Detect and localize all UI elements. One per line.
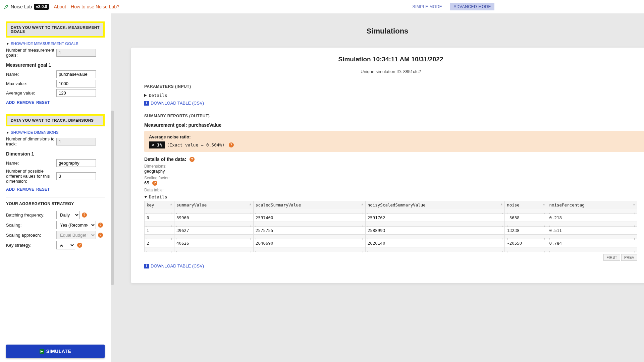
version-badge: v2.0.0 [34, 4, 49, 10]
howto-link[interactable]: How to use Noise Lab? [71, 4, 119, 9]
info-icon: i [144, 264, 149, 268]
sf-meta-label: Scaling factor: [144, 176, 637, 180]
table-row: 24062626406902620140-205500.784 [145, 239, 637, 247]
noise-label: Average noise ratio: [149, 134, 637, 139]
num-dims-input[interactable] [56, 138, 96, 145]
dims-meta-label: Dimensions: [144, 164, 637, 169]
noise-exact: (Exact value = 0.504%) [167, 142, 224, 147]
download-table-link[interactable]: iDOWNLOAD TABLE (CSV) [144, 263, 637, 268]
simulation-id: Unique simulation ID: 8851cfc2 [144, 69, 637, 74]
table-row: 13962725757552588993132380.511 [145, 227, 637, 235]
table-header[interactable]: scaledSummaryValue▲ [253, 201, 365, 209]
add-dim-button[interactable]: ADD [6, 187, 15, 192]
toggle-measurement-goals[interactable]: SHOW/HIDE MEASUREMENT GOALS [6, 42, 105, 46]
scaling-select[interactable]: Yes (Recommended) [56, 221, 96, 229]
page-title: Simulations [131, 27, 644, 36]
simple-mode-tab[interactable]: SIMPLE MODE [409, 3, 446, 10]
goal-avg-input[interactable] [56, 89, 96, 97]
goal-avg-label: Average value: [6, 90, 56, 96]
table-header[interactable]: noisePercentag▲ [547, 201, 637, 209]
info-icon: i [144, 101, 149, 106]
dim-name-input[interactable] [56, 159, 96, 167]
help-icon[interactable]: ? [152, 181, 157, 186]
batch-select[interactable]: Daily [56, 211, 80, 219]
simulate-button[interactable]: ▶ SIMULATE [6, 345, 105, 358]
help-icon[interactable]: ? [190, 157, 195, 162]
table-header[interactable]: summaryValue▲ [174, 201, 253, 209]
play-icon: ▶ [40, 349, 44, 354]
table-header[interactable]: noisyScaledSummaryValue▲ [365, 201, 505, 209]
aggregation-title: YOUR AGGREGATION STRATEGY [6, 201, 105, 206]
goal-1-title: Measurement goal 1 [6, 62, 105, 68]
noise-badge: < 1% [149, 141, 165, 148]
scaling-label: Scaling: [6, 223, 56, 228]
parameters-details[interactable]: Details [144, 93, 637, 98]
num-goals-label: Number of measurement goals: [6, 48, 56, 58]
table-header[interactable]: key▲ [145, 201, 174, 209]
section-measurement-goals: DATA YOU WANT TO TRACK: MEASUREMENT GOAL… [6, 21, 105, 38]
reset-goal-button[interactable]: RESET [36, 100, 50, 105]
help-icon[interactable]: ? [98, 233, 103, 238]
brand-label: Noise Lab [11, 4, 32, 9]
table-header[interactable]: noise▲ [505, 201, 547, 209]
table-row: 03996025974002591762-56380.218 [145, 214, 637, 222]
section-dimensions: DATA YOU WANT TO TRACK: DIMENSIONS [6, 114, 105, 126]
summary-heading: SUMMARY REPORTS (OUTPUT) [144, 114, 637, 118]
goal-max-input[interactable] [56, 80, 96, 87]
batch-label: Batching frequency: [6, 213, 56, 218]
goal-name-input[interactable] [56, 70, 96, 78]
dim-vals-label: Number of possible different values for … [6, 169, 56, 184]
dim-vals-input[interactable] [56, 172, 96, 180]
add-goal-button[interactable]: ADD [6, 100, 15, 105]
pencil-icon [4, 4, 9, 9]
about-link[interactable]: About [54, 4, 66, 9]
approach-label: Scaling approach: [6, 233, 56, 238]
num-goals-input[interactable] [56, 49, 96, 57]
help-icon[interactable]: ? [77, 243, 82, 248]
help-icon[interactable]: ? [98, 223, 103, 228]
details-of-data-label: Details of the data: [144, 157, 186, 162]
data-table: key▲summaryValue▲scaledSummaryValue▲nois… [144, 201, 637, 252]
prev-button[interactable]: PREV [621, 254, 637, 261]
reset-dim-button[interactable]: RESET [36, 187, 50, 192]
parameters-heading: PARAMETERS (INPUT) [144, 84, 637, 89]
help-icon[interactable]: ? [82, 213, 87, 218]
approach-select[interactable]: Equal Budget Split [56, 231, 96, 239]
noise-ratio-box: Average noise ratio: < 1% (Exact value =… [144, 131, 644, 152]
dim-1-title: Dimension 1 [6, 151, 105, 157]
toggle-dimensions[interactable]: SHOW/HIDE DIMENSIONS [6, 130, 105, 134]
data-table-details[interactable]: Details key▲summaryValue▲scaledSummaryVa… [144, 194, 637, 261]
remove-goal-button[interactable]: REMOVE [17, 100, 34, 105]
first-button[interactable]: FIRST [603, 254, 620, 261]
measurement-goal-title: Measurement goal: purchaseValue [144, 122, 637, 128]
sf-meta-value: 65 [144, 180, 149, 185]
download-params-link[interactable]: iDOWNLOAD TABLE (CSV) [144, 101, 637, 106]
keystrat-label: Key strategy: [6, 243, 56, 248]
brand: Noise Lab v2.0.0 [4, 4, 49, 10]
simulation-title: Simulation 10:34:11 AM 10/31/2022 [144, 56, 637, 63]
goal-max-label: Max value: [6, 81, 56, 86]
scrollbar[interactable] [111, 111, 114, 285]
goal-name-label: Name: [6, 72, 56, 77]
advanced-mode-tab[interactable]: ADVANCED MODE [450, 3, 494, 10]
help-icon[interactable]: ? [229, 142, 234, 147]
remove-dim-button[interactable]: REMOVE [17, 187, 34, 192]
dt-meta-label: Data table: [144, 188, 637, 192]
keystrat-select[interactable]: A [56, 241, 75, 249]
num-dims-label: Number of dimensions to track: [6, 136, 56, 146]
dims-meta-value: geography [144, 169, 637, 174]
dim-name-label: Name: [6, 161, 56, 166]
